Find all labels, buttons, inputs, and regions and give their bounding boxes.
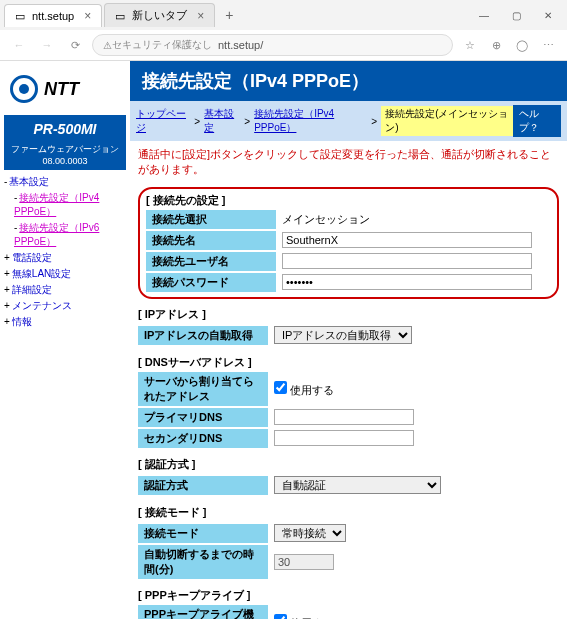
- conn-user-label: 接続先ユーザ名: [146, 252, 276, 271]
- nav-ipv6[interactable]: 接続先設定（IPv6 PPPoE）: [4, 220, 126, 250]
- nav-detail[interactable]: 詳細設定: [4, 282, 126, 298]
- close-icon[interactable]: ×: [197, 9, 204, 23]
- page: NTT PR-500MI ファームウェアバージョン 08.00.0003 基本設…: [0, 61, 567, 619]
- sidebar: NTT PR-500MI ファームウェアバージョン 08.00.0003 基本設…: [0, 61, 130, 619]
- conn-name-label: 接続先名: [146, 231, 276, 250]
- nav-wlan[interactable]: 無線LAN設定: [4, 266, 126, 282]
- ip-auto-select[interactable]: IPアドレスの自動取得: [274, 326, 412, 344]
- maximize-button[interactable]: ▢: [501, 4, 531, 26]
- nav-tree: 基本設定 接続先設定（IPv4 PPPoE） 接続先設定（IPv6 PPPoE）…: [4, 170, 126, 330]
- page-icon: ▭: [115, 10, 127, 22]
- browser-chrome: ▭ ntt.setup × ▭ 新しいタブ × + — ▢ ✕ ← → ⟳ ⚠ …: [0, 0, 567, 61]
- mode-section: [ 接続モード ] 接続モード常時接続 自動切断するまでの時間(分): [130, 501, 567, 584]
- nav-basic[interactable]: 基本設定: [4, 174, 126, 190]
- auth-mode-label: 認証方式: [138, 476, 268, 495]
- nav-phone[interactable]: 電話設定: [4, 250, 126, 266]
- auth-section: [ 認証方式 ] 認証方式自動認証: [130, 453, 567, 501]
- breadcrumb: トップページ> 基本設定> 接続先設定（IPv4 PPPoE）> 接続先設定(メ…: [130, 101, 567, 141]
- forward-button[interactable]: →: [36, 34, 58, 56]
- url-text: ntt.setup/: [218, 39, 263, 51]
- url-box[interactable]: ⚠ セキュリティ保護なし ntt.setup/: [92, 34, 453, 56]
- tab-strip: ▭ ntt.setup × ▭ 新しいタブ × + — ▢ ✕: [0, 0, 567, 30]
- dns-title: [ DNSサーバアドレス ]: [138, 355, 559, 370]
- conn-pass-label: 接続パスワード: [146, 273, 276, 292]
- bc-current: 接続先設定(メインセッション): [381, 106, 513, 136]
- menu-button[interactable]: ⋯: [537, 34, 559, 56]
- back-button[interactable]: ←: [8, 34, 30, 56]
- minimize-button[interactable]: —: [469, 4, 499, 26]
- idle-input[interactable]: [274, 554, 334, 570]
- keep-title: [ PPPキープアライブ ]: [138, 588, 559, 603]
- ip-section: [ IPアドレス ] IPアドレスの自動取得IPアドレスの自動取得: [130, 303, 567, 351]
- logo-text: NTT: [44, 79, 79, 100]
- dns-pri-input[interactable]: [274, 409, 414, 425]
- dns-auto-check[interactable]: [274, 381, 287, 394]
- conn-sel-value: メインセッション: [276, 210, 551, 229]
- new-tab-button[interactable]: +: [217, 3, 241, 27]
- keepalive-section: [ PPPキープアライブ ] PPPキープアライブ機能 使用する LCP ECH…: [130, 584, 567, 619]
- ip-auto-label: IPアドレスの自動取得: [138, 326, 268, 345]
- tab-2[interactable]: ▭ 新しいタブ ×: [104, 3, 215, 27]
- mode-select[interactable]: 常時接続: [274, 524, 346, 542]
- dns-sec-input[interactable]: [274, 430, 414, 446]
- tab-1-label: ntt.setup: [32, 10, 74, 22]
- keep-check[interactable]: [274, 614, 287, 620]
- keep-label: PPPキープアライブ機能: [138, 605, 268, 619]
- profile-button[interactable]: ◯: [511, 34, 533, 56]
- auth-title: [ 認証方式 ]: [138, 457, 559, 472]
- conn-sel-label: 接続先選択: [146, 210, 276, 229]
- idle-label: 自動切断するまでの時間(分): [138, 545, 268, 579]
- bc-top[interactable]: トップページ: [136, 107, 190, 135]
- logo: NTT: [4, 69, 126, 109]
- connection-settings-highlight: [ 接続先の設定 ] 接続先選択メインセッション 接続先名 接続先ユーザ名 接続…: [138, 187, 559, 299]
- bc-basic[interactable]: 基本設定: [204, 107, 240, 135]
- dns-section: [ DNSサーバアドレス ] サーバから割り当てられたアドレス 使用する プライ…: [130, 351, 567, 453]
- close-icon[interactable]: ×: [84, 9, 91, 23]
- tab-2-label: 新しいタブ: [132, 8, 187, 23]
- favorite-button[interactable]: ☆: [459, 34, 481, 56]
- conn-title: [ 接続先の設定 ]: [146, 193, 551, 208]
- security-warning: ⚠ セキュリティ保護なし: [103, 38, 212, 52]
- address-bar: ← → ⟳ ⚠ セキュリティ保護なし ntt.setup/ ☆ ⊕ ◯ ⋯: [0, 30, 567, 60]
- main-content: 接続先設定（IPv4 PPPoE） トップページ> 基本設定> 接続先設定（IP…: [130, 61, 567, 619]
- help-button[interactable]: ヘルプ？: [513, 105, 561, 137]
- reload-button[interactable]: ⟳: [64, 34, 86, 56]
- warning-text: 通話中に[設定]ボタンをクリックして設定変更を行った場合、通話が切断されることが…: [130, 141, 567, 183]
- dns-sec-label: セカンダリDNS: [138, 429, 268, 448]
- nav-maint[interactable]: メンテナンス: [4, 298, 126, 314]
- ip-title: [ IPアドレス ]: [138, 307, 559, 322]
- logo-icon: [10, 75, 38, 103]
- nav-info[interactable]: 情報: [4, 314, 126, 330]
- dns-pri-label: プライマリDNS: [138, 408, 268, 427]
- page-icon: ▭: [15, 10, 27, 22]
- model-label: PR-500MI: [4, 115, 126, 143]
- mode-label: 接続モード: [138, 524, 268, 543]
- mode-title: [ 接続モード ]: [138, 505, 559, 520]
- auth-mode-select[interactable]: 自動認証: [274, 476, 441, 494]
- tab-1[interactable]: ▭ ntt.setup ×: [4, 4, 102, 27]
- collections-button[interactable]: ⊕: [485, 34, 507, 56]
- dns-auto-label: サーバから割り当てられたアドレス: [138, 372, 268, 406]
- firmware-label: ファームウェアバージョン 08.00.0003: [4, 143, 126, 170]
- nav-ipv4[interactable]: 接続先設定（IPv4 PPPoE）: [4, 190, 126, 220]
- conn-user-input[interactable]: [282, 253, 532, 269]
- bc-ipv4[interactable]: 接続先設定（IPv4 PPPoE）: [254, 107, 367, 135]
- close-window-button[interactable]: ✕: [533, 4, 563, 26]
- conn-name-input[interactable]: [282, 232, 532, 248]
- page-title: 接続先設定（IPv4 PPPoE）: [130, 61, 567, 101]
- conn-pass-input[interactable]: [282, 274, 532, 290]
